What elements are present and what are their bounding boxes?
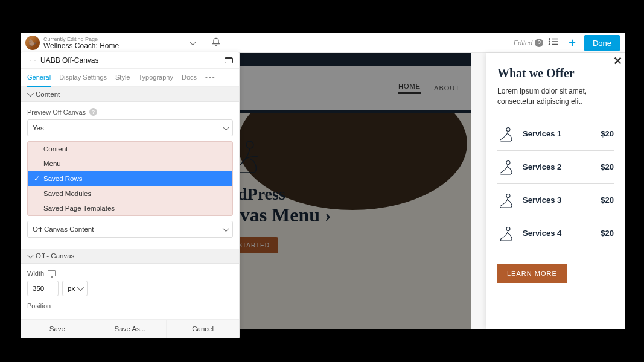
chevron-down-icon — [27, 252, 34, 258]
section-offcanvas-header[interactable]: Off - Canvas — [21, 249, 239, 264]
svg-point-4 — [549, 44, 550, 45]
service-name: Services 3 — [523, 195, 593, 205]
panel-tabs: General Display Settings Style Typograph… — [21, 69, 239, 87]
page-dropdown-toggle[interactable] — [185, 40, 199, 45]
svg-point-16 — [506, 194, 510, 197]
service-name: Services 2 — [523, 162, 593, 171]
svg-point-17 — [506, 227, 510, 230]
outline-icon[interactable] — [548, 37, 559, 48]
top-bar: 🦫 Currently Editing Page Wellness Coach:… — [21, 33, 625, 53]
service-price: $20 — [601, 195, 614, 205]
position-label: Position — [27, 302, 51, 310]
offcanvas-heading: What we Offer — [497, 66, 614, 80]
divider — [205, 37, 205, 49]
preview-label: Preview Off Canvas — [27, 109, 86, 116]
tab-display-settings[interactable]: Display Settings — [59, 69, 107, 86]
preview-select-value: Yes — [33, 124, 44, 132]
cancel-button[interactable]: Cancel — [166, 320, 239, 338]
content-type-select[interactable]: Off-Canvas Content — [27, 221, 233, 238]
svg-point-2 — [549, 41, 550, 42]
service-item[interactable]: Services 3$20 — [497, 184, 614, 217]
page-title: Wellness Coach: Home — [43, 42, 119, 49]
help-icon[interactable]: ? — [89, 108, 97, 116]
yoga-icon — [497, 191, 515, 209]
yoga-icon — [497, 224, 515, 243]
service-price: $20 — [601, 162, 614, 171]
service-price: $20 — [601, 129, 614, 138]
service-item[interactable]: Services 1$20 — [497, 118, 614, 151]
panel-footer: Save Save As... Cancel — [21, 319, 239, 338]
content-type-value: Off-Canvas Content — [33, 226, 94, 233]
width-unit-value: px — [68, 285, 75, 292]
edited-label: Edited — [514, 39, 532, 46]
chevron-down-icon — [223, 124, 229, 130]
width-input[interactable] — [27, 281, 59, 296]
drag-handle-icon[interactable]: ⋮⋮ — [27, 57, 37, 64]
responsive-icon[interactable] — [48, 270, 56, 276]
yoga-icon — [497, 125, 515, 143]
service-name: Services 1 — [523, 129, 593, 138]
beaver-logo-icon: 🦫 — [25, 36, 40, 50]
chevron-down-icon — [27, 90, 34, 97]
edited-status: Edited ? — [514, 39, 543, 47]
dropdown-option-saved-modules[interactable]: Saved Modules — [28, 186, 232, 201]
preview-select[interactable]: Yes — [27, 119, 233, 136]
panel-title: UABB Off-Canvas — [40, 56, 98, 65]
tab-general[interactable]: General — [27, 69, 51, 87]
settings-panel: ⋮⋮ UABB Off-Canvas General Display Setti… — [21, 52, 240, 338]
tab-style[interactable]: Style — [115, 69, 130, 86]
expand-panel-icon[interactable] — [225, 57, 233, 63]
offcanvas-preview: ✕ What we Offer Lorem ipsum dolor sit am… — [486, 53, 625, 329]
width-unit-select[interactable]: px — [62, 281, 88, 296]
content-type-dropdown: Content Menu ✓Saved Rows Saved Modules S… — [27, 141, 233, 216]
close-icon[interactable]: ✕ — [613, 54, 622, 68]
service-item[interactable]: Services 2$20 — [497, 151, 614, 184]
yoga-icon — [497, 158, 515, 176]
svg-point-14 — [506, 127, 510, 131]
help-icon[interactable]: ? — [535, 39, 543, 47]
notifications-icon[interactable] — [211, 37, 221, 49]
service-item[interactable]: Services 4$20 — [497, 217, 614, 250]
dropdown-option-content[interactable]: Content — [28, 142, 232, 156]
dropdown-option-saved-rows[interactable]: ✓Saved Rows — [28, 171, 232, 186]
dropdown-option-menu[interactable]: Menu — [28, 156, 232, 171]
dropdown-option-saved-templates[interactable]: Saved Page Templates — [28, 201, 232, 215]
width-label: Width — [27, 270, 44, 277]
panel-header[interactable]: ⋮⋮ UABB Off-Canvas — [21, 52, 239, 69]
svg-point-15 — [506, 160, 510, 164]
chevron-down-icon — [77, 284, 84, 291]
learn-more-button[interactable]: LEARN MORE — [497, 264, 567, 283]
svg-point-0 — [549, 39, 550, 40]
service-price: $20 — [601, 229, 614, 238]
add-icon[interactable]: + — [569, 36, 576, 50]
section-content-header[interactable]: Content — [21, 87, 239, 102]
done-button[interactable]: Done — [584, 35, 620, 51]
tab-typography[interactable]: Typography — [138, 69, 173, 86]
section-offcanvas-label: Off - Canvas — [36, 252, 74, 259]
chevron-down-icon — [223, 225, 229, 232]
save-as-button[interactable]: Save As... — [94, 320, 167, 338]
tab-more[interactable]: ••• — [205, 69, 216, 86]
offcanvas-body: Lorem ipsum dolor sit amet, consectetur … — [497, 86, 614, 107]
save-button[interactable]: Save — [21, 320, 94, 338]
service-name: Services 4 — [523, 229, 593, 238]
section-content-label: Content — [36, 91, 60, 98]
tab-docs[interactable]: Docs — [182, 69, 197, 86]
